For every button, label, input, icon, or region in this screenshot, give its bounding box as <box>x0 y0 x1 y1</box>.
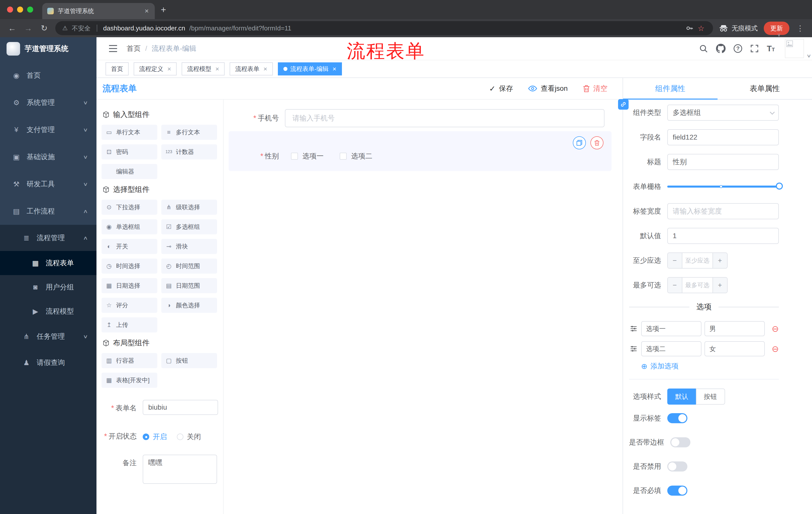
sidebar-item-dev-tools[interactable]: ⚒ 研发工具 ∨ <box>0 170 96 198</box>
gender-checkbox-option2[interactable]: 选项二 <box>340 152 372 161</box>
key-icon[interactable] <box>686 24 694 32</box>
tab-form-props[interactable]: 表单属性 <box>718 78 812 99</box>
address-bar[interactable]: ⚠ 不安全 dashboard.yudao.iocoder.cn /bpm/ma… <box>55 21 713 35</box>
tag-process-form-edit[interactable]: 流程表单-编辑 × <box>278 62 342 76</box>
remove-option-button[interactable]: ⊖ <box>772 345 779 353</box>
browser-tab[interactable]: 芋道管理系统 × <box>42 3 155 19</box>
label-width-input[interactable] <box>667 203 779 219</box>
delete-widget-button[interactable] <box>590 136 604 150</box>
palette-item-color-picker[interactable]: ◑颜色选择 <box>161 298 217 313</box>
add-option-button[interactable]: ⊕ 添加选项 <box>641 361 779 371</box>
field-name-input[interactable] <box>667 129 779 145</box>
back-button[interactable]: ← <box>7 24 17 33</box>
form-name-input[interactable] <box>143 400 218 415</box>
default-value-input[interactable] <box>667 228 779 244</box>
link-badge[interactable] <box>618 99 629 110</box>
max-select-stepper[interactable]: − 最多可选 + <box>667 277 728 293</box>
clear-button[interactable]: 清空 <box>583 84 608 93</box>
new-tab-button[interactable]: + <box>161 4 166 15</box>
sidebar-item-process-model[interactable]: ▶ 流程模型 <box>0 299 96 323</box>
increase-button[interactable]: + <box>713 253 727 268</box>
palette-item-cascader[interactable]: ⋔级联选择 <box>161 200 217 215</box>
github-icon[interactable] <box>716 44 726 53</box>
palette-item-switch[interactable]: ◐开关 <box>102 239 157 254</box>
forward-button[interactable]: → <box>23 24 33 33</box>
remove-option-button[interactable]: ⊖ <box>772 324 779 333</box>
palette-item-single-line-text[interactable]: ▭单行文本 <box>102 125 157 140</box>
palette-item-button[interactable]: ▢按钮 <box>161 353 217 368</box>
breadcrumb-home[interactable]: 首页 <box>127 44 141 53</box>
palette-item-slider[interactable]: ⊸滑块 <box>161 239 217 254</box>
form-grid-slider[interactable] <box>667 179 779 195</box>
tab-component-props[interactable]: 组件属性 <box>623 78 718 99</box>
avatar[interactable]: ∨ <box>785 39 804 58</box>
sidebar-item-workflow[interactable]: ▤ 工作流程 ∧ <box>0 198 96 225</box>
drag-handle-icon[interactable] <box>629 346 638 352</box>
style-button-button[interactable]: 按钮 <box>696 388 725 405</box>
phone-field[interactable]: *手机号 <box>229 109 611 127</box>
option-value-input[interactable] <box>704 321 765 336</box>
palette-item-time-picker[interactable]: ◷时间选择 <box>102 259 157 274</box>
palette-item-password[interactable]: ⊡密码 <box>102 144 157 159</box>
font-size-icon[interactable]: TT <box>767 44 775 53</box>
stepper-placeholder[interactable]: 至少应选 <box>683 253 713 268</box>
stepper-placeholder[interactable]: 最多可选 <box>683 278 713 293</box>
close-tag-icon[interactable]: × <box>167 65 171 73</box>
show-label-switch[interactable] <box>667 413 687 423</box>
option-label-input[interactable] <box>641 341 701 356</box>
browser-menu-icon[interactable]: ⋮ <box>795 24 805 33</box>
sidebar-item-home[interactable]: ◉ 首页 <box>0 62 96 89</box>
copy-widget-button[interactable] <box>573 136 586 150</box>
gender-checkbox-option1[interactable]: 选项一 <box>291 152 324 161</box>
tag-home[interactable]: 首页 <box>106 62 128 76</box>
increase-button[interactable]: + <box>713 278 727 293</box>
sidebar-item-infrastructure[interactable]: ▣ 基础设施 ∨ <box>0 143 96 170</box>
min-select-stepper[interactable]: − 至少应选 + <box>667 252 728 269</box>
close-tab-icon[interactable]: × <box>144 7 150 15</box>
palette-item-radio-group[interactable]: ◉单选框组 <box>102 219 157 234</box>
drag-handle-icon[interactable] <box>629 326 638 332</box>
help-icon[interactable]: ? <box>734 44 742 53</box>
form-remark-textarea[interactable]: 嘿嘿 <box>143 455 217 484</box>
palette-item-checkbox-group[interactable]: ☑多选框组 <box>161 219 217 234</box>
tag-process-model[interactable]: 流程模型 × <box>182 62 225 76</box>
search-icon[interactable] <box>699 44 708 53</box>
decrease-button[interactable]: − <box>668 253 683 268</box>
chevron-down-icon[interactable]: ∨ <box>777 32 781 38</box>
palette-item-multi-line-text[interactable]: ≡多行文本 <box>161 125 217 140</box>
status-radio-disabled[interactable]: 关闭 <box>177 432 201 441</box>
palette-item-table[interactable]: ▦表格[开发中] <box>102 373 157 388</box>
fullscreen-icon[interactable] <box>750 44 759 53</box>
status-radio-enabled[interactable]: 开启 <box>143 432 167 441</box>
zoom-window-button[interactable] <box>27 6 33 12</box>
palette-item-time-range[interactable]: ◴时间范围 <box>161 259 217 274</box>
disabled-switch[interactable] <box>667 461 687 471</box>
reload-button[interactable]: ↻ <box>39 23 49 33</box>
save-button[interactable]: ✓ 保存 <box>489 84 513 93</box>
sidebar-item-system-management[interactable]: ⚙ 系统管理 ∨ <box>0 89 96 116</box>
palette-item-date-picker[interactable]: ▦日期选择 <box>102 278 157 293</box>
selected-widget-gender[interactable]: *性别 选项一 选项二 <box>229 131 611 171</box>
slider-track[interactable] <box>667 186 779 188</box>
palette-item-editor[interactable]: 编辑器 <box>102 164 157 179</box>
bookmark-star-icon[interactable]: ☆ <box>698 24 704 33</box>
palette-item-counter[interactable]: 123计数器 <box>161 144 217 159</box>
update-button[interactable]: 更新 <box>764 22 789 35</box>
view-json-button[interactable]: 查看json <box>528 84 568 93</box>
decrease-button[interactable]: − <box>668 278 683 293</box>
close-tag-icon[interactable]: × <box>263 65 267 73</box>
close-window-button[interactable] <box>7 6 13 12</box>
sidebar-item-leave-query[interactable]: ♟ 请假查询 <box>0 350 96 376</box>
style-default-button[interactable]: 默认 <box>667 388 696 405</box>
sidebar-item-process-form[interactable]: ▦ 流程表单 <box>0 251 96 275</box>
palette-item-rate[interactable]: ☆评分 <box>102 298 157 313</box>
close-tag-icon[interactable]: × <box>215 65 219 73</box>
title-input[interactable] <box>667 154 779 170</box>
minimize-window-button[interactable] <box>17 6 23 12</box>
phone-input[interactable] <box>285 109 605 127</box>
close-tag-icon[interactable]: × <box>332 65 337 73</box>
palette-item-date-range[interactable]: ▤日期范围 <box>161 278 217 293</box>
component-type-select[interactable]: 多选框组 <box>667 105 779 121</box>
sidebar-item-task-management[interactable]: ⋔ 任务管理 ∨ <box>0 323 96 350</box>
palette-item-row-container[interactable]: ▥行容器 <box>102 353 157 368</box>
